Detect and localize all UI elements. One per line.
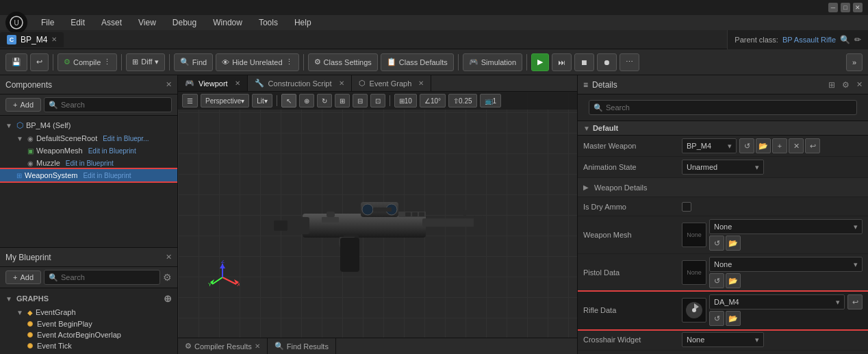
master-weapon-dropdown[interactable]: BP_M4 ▾: [682, 138, 737, 153]
graphs-section-header[interactable]: ▼ GRAPHS ⊕: [0, 291, 177, 306]
master-weapon-browse-btn[interactable]: 📂: [756, 138, 771, 153]
construction-script-close[interactable]: ✕: [339, 79, 344, 87]
tab-close-button[interactable]: ✕: [51, 36, 57, 43]
event-graph-close[interactable]: ✕: [418, 79, 424, 87]
find-button[interactable]: 🔍 Find: [174, 53, 213, 71]
add-component-button[interactable]: + Add: [5, 98, 41, 112]
menu-file[interactable]: File: [38, 16, 57, 29]
edit-parent-icon[interactable]: ✏: [854, 35, 861, 45]
tab-bp-m4[interactable]: C BP_M4 ✕: [0, 32, 64, 47]
event-graph-item[interactable]: ▼ ◆ EventGraph: [0, 306, 177, 318]
master-weapon-use-btn[interactable]: +: [772, 138, 787, 153]
rifle-data-dropdown[interactable]: DA_M4 ▾: [709, 294, 845, 309]
components-search-input[interactable]: [61, 101, 167, 109]
edit-weapon-mesh-link[interactable]: Edit in Blueprint: [88, 147, 136, 155]
crosshair-widget-dropdown[interactable]: None ▾: [682, 332, 764, 347]
expand-button[interactable]: »: [846, 53, 863, 71]
save-button[interactable]: 💾: [5, 53, 27, 71]
weapon-details-row[interactable]: ▶ Weapon Details: [578, 178, 868, 197]
scale-snap-button[interactable]: ⇧ 0.25: [448, 94, 476, 108]
master-weapon-reset-btn[interactable]: ↩: [805, 138, 820, 153]
tab-event-graph[interactable]: ⬡ Event Graph ✕: [352, 75, 432, 91]
pistol-data-refresh-btn[interactable]: ↺: [709, 273, 724, 288]
pistol-data-dropdown[interactable]: None ▾: [709, 257, 863, 272]
simulation-button[interactable]: 🎮 Simulation: [463, 53, 522, 71]
bp-settings-icon[interactable]: ⚙: [163, 272, 172, 283]
menu-window[interactable]: Window: [210, 16, 245, 29]
minimize-button[interactable]: ─: [828, 3, 838, 12]
angle-snap-button[interactable]: ∠ 10°: [420, 94, 446, 108]
class-defaults-button[interactable]: 📋 Class Defaults: [381, 53, 454, 71]
hamburger-menu-button[interactable]: ☰: [182, 94, 198, 108]
animation-state-dropdown[interactable]: Unarmed ▾: [682, 160, 764, 175]
history-button[interactable]: ↩: [30, 53, 49, 71]
tree-item-default-scene-root[interactable]: ▼ ◉ DefaultSceneRoot Edit in Bluepr...: [0, 132, 177, 144]
close-button[interactable]: ✕: [853, 3, 863, 12]
edit-muzzle-link[interactable]: Edit in Blueprint: [66, 160, 114, 167]
diff-button[interactable]: ⊞ Diff ▾: [126, 53, 164, 71]
my-blueprint-close-button[interactable]: ✕: [166, 253, 172, 262]
rifle-data-reset-btn[interactable]: ↩: [847, 294, 863, 309]
transform-tool-button[interactable]: ⊟: [353, 94, 368, 108]
window-controls[interactable]: ─ □ ✕: [828, 3, 863, 12]
master-weapon-refresh-btn[interactable]: ↺: [739, 138, 754, 153]
viewport-tab-close[interactable]: ✕: [235, 79, 240, 87]
compiler-results-close[interactable]: ✕: [255, 342, 260, 350]
edit-weapon-system-link[interactable]: Edit in Blueprint: [83, 172, 131, 179]
details-search-input[interactable]: [606, 103, 852, 112]
compiler-results-tab[interactable]: ⚙ Compiler Results ✕: [178, 338, 268, 354]
record-button[interactable]: ⏺: [597, 53, 617, 71]
scale-tool-button[interactable]: ⊞: [335, 94, 350, 108]
components-search-box[interactable]: 🔍: [44, 97, 172, 112]
is-dry-ammo-checkbox[interactable]: [682, 202, 691, 212]
weapon-mesh-refresh-btn[interactable]: ↺: [709, 236, 724, 251]
class-settings-button[interactable]: ⚙ Class Settings: [308, 53, 378, 71]
translate-tool-button[interactable]: ⊕: [299, 94, 314, 108]
details-close-button[interactable]: ✕: [856, 80, 863, 89]
pistol-data-browse-btn[interactable]: 📂: [726, 273, 741, 288]
components-close-button[interactable]: ✕: [166, 80, 172, 89]
menu-help[interactable]: Help: [292, 16, 314, 29]
event-begin-play[interactable]: Event BeginPlay: [0, 318, 177, 329]
hide-unrelated-button[interactable]: 👁 Hide Unrelated ⋮: [216, 53, 298, 71]
perspective-button[interactable]: Perspective ▾: [201, 94, 249, 108]
maximize-button[interactable]: □: [841, 3, 850, 12]
menu-asset[interactable]: Asset: [99, 16, 125, 29]
details-grid-icon[interactable]: ⊞: [828, 80, 835, 90]
grid-snap-button[interactable]: ⊞ 10: [394, 94, 417, 108]
add-blueprint-button[interactable]: + Add: [5, 270, 41, 284]
menu-debug[interactable]: Debug: [170, 16, 199, 29]
details-search-box[interactable]: 🔍: [589, 100, 857, 115]
event-tick[interactable]: Event Tick: [0, 340, 177, 351]
tree-item-weapon-mesh[interactable]: ▣ WeaponMesh Edit in Blueprint: [0, 144, 177, 157]
play-button[interactable]: ▶: [531, 53, 549, 71]
snapping-button[interactable]: ⊡: [370, 94, 385, 108]
step-forward-button[interactable]: ⏭: [552, 53, 572, 71]
menu-edit[interactable]: Edit: [68, 16, 88, 29]
my-blueprint-search-box[interactable]: 🔍: [44, 270, 160, 285]
screen-button[interactable]: 📺 1: [480, 94, 502, 108]
rotate-tool-button[interactable]: ↻: [317, 94, 332, 108]
tree-item-weapon-system[interactable]: ⊞ WeaponSystem Edit in Blueprint: [0, 169, 177, 181]
more-options-button[interactable]: ⋯: [620, 53, 639, 71]
weapon-mesh-browse-btn[interactable]: 📂: [726, 236, 741, 251]
add-graph-icon[interactable]: ⊕: [164, 293, 172, 304]
lit-button[interactable]: Lit ▾: [252, 94, 272, 108]
rifle-data-refresh-btn[interactable]: ↺: [709, 311, 724, 326]
tab-viewport[interactable]: 🎮 Viewport ✕: [178, 75, 248, 91]
select-tool-button[interactable]: ↖: [281, 94, 296, 108]
stop-button[interactable]: ⏹: [574, 53, 594, 71]
rifle-data-browse-btn[interactable]: 📂: [726, 311, 741, 326]
parent-class-link[interactable]: BP Assault Rifle: [782, 36, 836, 44]
menu-tools[interactable]: Tools: [256, 16, 281, 29]
event-actor-begin-overlap[interactable]: Event ActorBeginOverlap: [0, 329, 177, 340]
edit-default-scene-root-link[interactable]: Edit in Bluepr...: [103, 135, 149, 142]
my-blueprint-search-input[interactable]: [61, 273, 155, 281]
tab-construction-script[interactable]: 🔧 Construction Script ✕: [248, 75, 352, 91]
search-parent-icon[interactable]: 🔍: [840, 35, 850, 45]
menu-view[interactable]: View: [136, 16, 159, 29]
compile-button[interactable]: ⚙ Compile ⋮: [58, 53, 117, 71]
default-section-header[interactable]: ▼ Default: [578, 121, 868, 136]
details-settings-icon[interactable]: ⚙: [842, 80, 850, 90]
weapon-mesh-dropdown[interactable]: None ▾: [709, 219, 863, 234]
